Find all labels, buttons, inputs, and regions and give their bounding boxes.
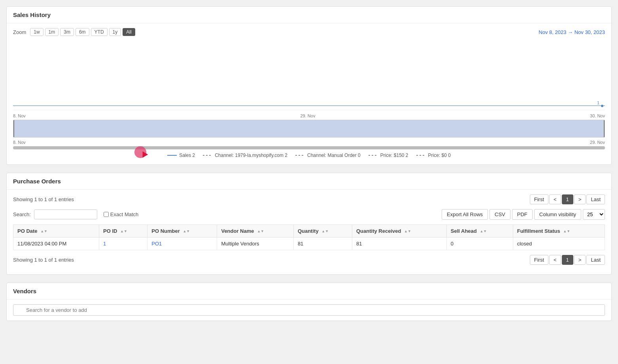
next-page-btn-top[interactable]: > [574,194,586,204]
minimap-thumb[interactable] [13,146,605,149]
sort-arrows-vendor-name: ▲▼ [257,230,264,233]
legend-channel-manual-label: Channel: Manual Order 0 [307,153,361,158]
date-range: Nov 8, 2023 → Nov 30, 2023 [539,29,605,35]
zoom-1w[interactable]: 1w [30,28,43,36]
x-label-end: 30. Nov [590,113,605,118]
cell-po-id[interactable]: 1 [99,238,147,250]
chart-value-label: 1 [597,100,599,105]
po-id-link[interactable]: 1 [103,241,106,247]
csv-btn[interactable]: CSV [489,209,510,220]
bottom-pagination-controls: First < 1 > Last [530,255,605,265]
legend-channel-1: Channel: 1979-la.myshopify.com 2 [203,153,287,158]
col-po-date[interactable]: PO Date ▲▼ [13,225,99,238]
column-visibility-btn[interactable]: Column visibility [534,209,581,220]
chart-legend: Sales 2 Channel: 1979-la.myshopify.com 2… [13,149,605,160]
table-header-row: PO Date ▲▼ PO ID ▲▼ PO Number ▲▼ Vendor … [13,225,605,238]
vendor-search-input[interactable] [13,304,605,316]
vendors-section: Vendors 🔍 [6,283,612,321]
cell-quantity: 81 [293,238,352,250]
minimap-selection [13,120,605,137]
date-end: Nov 30, 2023 [575,29,605,35]
top-pagination-controls: First < 1 > Last [530,194,605,204]
po-number-link[interactable]: PO1 [151,241,162,247]
table-action-btns: Export All Rows CSV PDF Column visibilit… [442,209,605,220]
search-input[interactable] [34,209,97,219]
sort-arrows-sell-ahead: ▲▼ [480,230,487,233]
sort-arrows-po-date: ▲▼ [40,230,47,233]
pdf-btn[interactable]: PDF [512,209,533,220]
legend-price-0: Price: $0 0 [416,153,451,158]
sales-history-title: Sales History [7,7,611,23]
minimap-x-labels: 8. Nov 29. Nov [13,139,605,145]
exact-match-label[interactable]: Exact Match [104,211,139,217]
col-fulfillment-status[interactable]: Fulfillment Status ▲▼ [513,225,605,238]
date-arrow: → [568,29,575,35]
export-all-rows-btn[interactable]: Export All Rows [442,209,488,220]
next-page-btn-bottom[interactable]: > [574,255,586,265]
po-content: Showing 1 to 1 of 1 entries First < 1 > … [7,190,611,274]
exact-match-checkbox[interactable] [104,212,109,217]
sort-arrows-po-id: ▲▼ [120,230,127,233]
zoom-label: Zoom [13,29,26,35]
zoom-controls-row: Zoom 1w 1m 3m 6m YTD 1y All Nov 8, 2023 … [13,28,605,36]
legend-channel-manual: Channel: Manual Order 0 [295,153,361,158]
col-po-id[interactable]: PO ID ▲▼ [99,225,147,238]
col-po-number[interactable]: PO Number ▲▼ [147,225,217,238]
col-vendor-name[interactable]: Vendor Name ▲▼ [217,225,293,238]
cell-sell-ahead: 0 [446,238,513,250]
sales-history-section: Sales History Zoom 1w 1m 3m 6m YTD 1y Al… [6,6,612,165]
date-start: Nov 8, 2023 [539,29,566,35]
last-page-btn-bottom[interactable]: Last [586,255,605,265]
zoom-1m[interactable]: 1m [45,28,59,36]
minimap-label-end: 29. Nov [590,140,605,145]
bottom-pagination-row: Showing 1 to 1 of 1 entries First < 1 > … [13,255,605,265]
cell-fulfillment-status: closed [513,238,605,250]
exact-match-text: Exact Match [110,211,139,217]
col-quantity[interactable]: Quantity ▲▼ [293,225,352,238]
last-page-btn-top[interactable]: Last [586,194,605,204]
prev-page-btn-top[interactable]: < [549,194,561,204]
page-size-select[interactable]: 25 50 100 [583,209,605,220]
zoom-ytd[interactable]: YTD [91,28,108,36]
legend-price-150-label: Price: $150 2 [380,153,408,158]
top-pagination-row: Showing 1 to 1 of 1 entries First < 1 > … [13,194,605,204]
minimap-scrollbar[interactable] [13,146,605,149]
search-label: Search: [13,211,31,217]
zoom-1y[interactable]: 1y [109,28,121,36]
cell-po-date: 11/08/2023 04:00 PM [13,238,99,250]
col-quantity-received[interactable]: Quantity Received ▲▼ [352,225,447,238]
chart-area: 1 [13,39,605,110]
legend-price-150-line [369,155,378,156]
vendor-search-wrapper: 🔍 [13,304,605,316]
legend-channel-1-label: Channel: 1979-la.myshopify.com 2 [215,153,287,158]
purchase-orders-table: PO Date ▲▼ PO ID ▲▼ PO Number ▲▼ Vendor … [13,224,605,250]
zoom-all[interactable]: All [123,28,135,36]
sort-arrows-quantity-received: ▲▼ [404,230,411,233]
x-label-mid: 29. Nov [300,113,315,118]
purchase-orders-title: Purchase Orders [7,173,611,190]
zoom-6m[interactable]: 6m [76,28,89,36]
legend-channel-manual-line [295,155,305,156]
chart-line [13,106,605,106]
first-page-btn-top[interactable]: First [530,194,548,204]
table-row: 11/08/2023 04:00 PM 1 PO1 Multiple Vendo… [13,238,605,250]
x-label-start: 8. Nov [13,113,26,118]
current-page-btn-top[interactable]: 1 [562,194,573,204]
table-controls-row: Search: Exact Match Export All Rows CSV … [13,209,605,220]
minimap-area[interactable] [13,120,605,138]
current-page-btn-bottom[interactable]: 1 [562,255,573,265]
showing-text-top: Showing 1 to 1 of 1 entries [13,196,74,202]
cell-vendor-name: Multiple Vendors [217,238,293,250]
zoom-3m[interactable]: 3m [60,28,74,36]
chart-dot [601,105,603,107]
prev-page-btn-bottom[interactable]: < [549,255,561,265]
first-page-btn-bottom[interactable]: First [530,255,548,265]
legend-sales-label: Sales 2 [179,153,195,158]
legend-price-150: Price: $150 2 [369,153,408,158]
cell-po-number[interactable]: PO1 [147,238,217,250]
col-sell-ahead[interactable]: Sell Ahead ▲▼ [446,225,513,238]
minimap-label-start: 8. Nov [13,140,26,145]
sales-history-content: Zoom 1w 1m 3m 6m YTD 1y All Nov 8, 2023 … [7,23,611,164]
purchase-orders-section: Purchase Orders Showing 1 to 1 of 1 entr… [6,173,612,275]
vendors-title: Vendors [7,283,611,300]
